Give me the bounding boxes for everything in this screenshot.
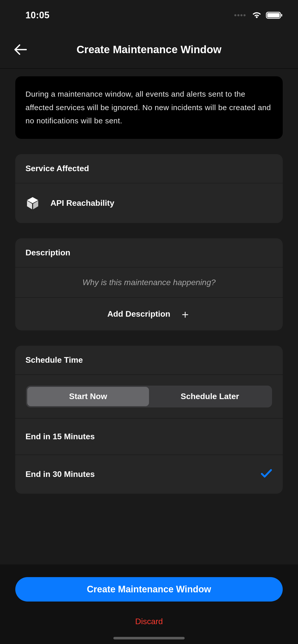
service-name: API Reachability [50, 198, 114, 208]
status-time: 10:05 [25, 10, 50, 21]
discard-button[interactable]: Discard [15, 617, 283, 626]
description-section: Description Why is this maintenance happ… [15, 238, 283, 330]
option-end-15[interactable]: End in 15 Minutes [15, 419, 283, 455]
service-affected-section: Service Affected API Reachability [15, 154, 283, 223]
wifi-icon [252, 11, 262, 19]
info-banner: During a maintenance window, all events … [15, 76, 283, 139]
option-label: End in 15 Minutes [25, 432, 95, 441]
add-description-label: Add Description [107, 309, 170, 319]
plus-icon: ＋ [180, 309, 191, 320]
service-row[interactable]: API Reachability [15, 183, 283, 223]
home-indicator[interactable] [113, 637, 185, 639]
check-icon [260, 468, 273, 480]
arrow-left-icon [14, 44, 27, 55]
add-description-button[interactable]: Add Description ＋ [15, 298, 283, 330]
bottom-bar: Create Maintenance Window Discard [0, 564, 298, 644]
option-end-30[interactable]: End in 30 Minutes [15, 455, 283, 494]
option-label: End in 30 Minutes [25, 470, 95, 479]
segment-start-now[interactable]: Start Now [27, 387, 149, 406]
description-prompt: Why is this maintenance happening? [15, 268, 283, 298]
service-affected-header: Service Affected [15, 154, 283, 183]
segmented-control-wrap: Start Now Schedule Later [15, 375, 283, 419]
cellular-dots-icon [234, 14, 246, 16]
battery-icon [266, 11, 283, 19]
content-area: During a maintenance window, all events … [0, 69, 298, 494]
svg-rect-2 [281, 14, 282, 17]
nav-header: Create Maintenance Window [0, 31, 298, 69]
status-icons [234, 11, 283, 19]
page-title: Create Maintenance Window [0, 43, 298, 56]
segment-schedule-later[interactable]: Schedule Later [149, 387, 271, 406]
cube-icon [25, 196, 40, 210]
back-button[interactable] [10, 39, 31, 60]
segmented-control: Start Now Schedule Later [26, 386, 272, 407]
schedule-time-section: Schedule Time Start Now Schedule Later E… [15, 346, 283, 494]
description-header: Description [15, 238, 283, 268]
schedule-time-header: Schedule Time [15, 346, 283, 375]
svg-rect-1 [267, 13, 280, 18]
create-button[interactable]: Create Maintenance Window [15, 577, 283, 602]
status-bar: 10:05 [0, 0, 298, 31]
